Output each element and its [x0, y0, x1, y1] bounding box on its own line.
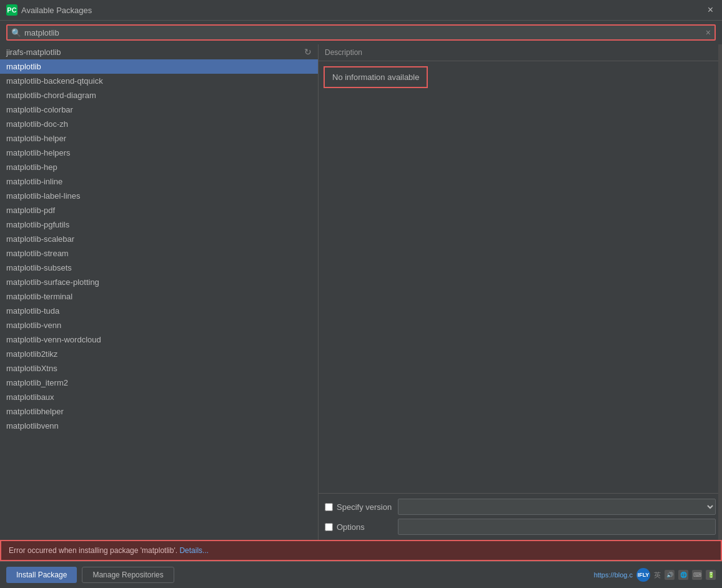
package-name: matplotlib-helpers: [6, 148, 71, 157]
options-label: Options: [337, 522, 393, 532]
package-name: matplotlib-colorbar: [6, 105, 73, 114]
tray-icon-3: ⌨: [692, 570, 702, 580]
footer: Install Package Manage Repositories http…: [0, 561, 722, 588]
list-item[interactable]: matplotlib-chord-diagram: [0, 88, 318, 102]
package-name: matplotlib-inline: [6, 177, 62, 186]
package-name: jirafs-matplotlib: [6, 47, 61, 57]
list-item[interactable]: matplotlibhelper: [0, 404, 318, 419]
list-item[interactable]: matplotlibvenn: [0, 419, 318, 433]
footer-right: https://blog.c IFLY 英 🔊 🌐 ⌨ 🔋: [594, 568, 716, 582]
version-select[interactable]: [398, 499, 716, 515]
specify-version-checkbox[interactable]: [325, 503, 333, 511]
package-name: matplotlib-backend-qtquick: [6, 76, 103, 86]
package-name: matplotlib_iterm2: [6, 378, 68, 387]
tray-icon-2: 🌐: [678, 570, 688, 580]
list-item[interactable]: matplotlib_iterm2: [0, 376, 318, 390]
options-input[interactable]: [398, 519, 716, 535]
list-item[interactable]: matplotlib-venn: [0, 318, 318, 332]
package-name: matplotlib-surface-plotting: [6, 277, 99, 287]
package-name: matplotlib-hep: [6, 162, 57, 172]
footer-lang: 英: [654, 571, 661, 580]
options-row: Options: [325, 519, 716, 535]
list-item[interactable]: matplotlib-subsets: [0, 261, 318, 275]
tray-icon-4: 🔋: [706, 570, 716, 580]
search-input-wrapper: 🔍 ×: [6, 24, 716, 41]
list-item[interactable]: matplotlib-inline: [0, 174, 318, 189]
main-area: jirafs-matplotlib↻matplotlibmatplotlib-b…: [0, 44, 722, 540]
package-name: matplotlib-tuda: [6, 306, 59, 316]
search-bar: 🔍 ×: [0, 21, 722, 44]
list-item[interactable]: matplotlib-helpers: [0, 146, 318, 160]
list-item[interactable]: matplotlib-venn-wordcloud: [0, 332, 318, 347]
options-checkbox[interactable]: [325, 523, 333, 531]
url-text: https://blog.c: [594, 571, 633, 579]
list-item[interactable]: matplotlib2tikz: [0, 347, 318, 361]
package-name: matplotlib-helper: [6, 134, 66, 143]
list-item[interactable]: matplotlibXtns: [0, 361, 318, 376]
right-scrollbar[interactable]: [718, 44, 722, 540]
no-info-box: No information available: [324, 66, 428, 88]
list-item[interactable]: matplotlib-hep: [0, 160, 318, 174]
description-header: Description: [319, 44, 722, 61]
package-name: matplotlib-label-lines: [6, 191, 81, 201]
list-item[interactable]: matplotlib-tuda: [0, 304, 318, 318]
list-item[interactable]: matplotlib-doc-zh: [0, 117, 318, 131]
clear-search-button[interactable]: ×: [706, 27, 711, 37]
package-name: matplotlibvenn: [6, 421, 59, 431]
list-item[interactable]: matplotlibaux: [0, 390, 318, 404]
manage-repositories-button[interactable]: Manage Repositories: [82, 567, 174, 583]
package-name: matplotlib-chord-diagram: [6, 91, 96, 100]
package-name: matplotlib-pdf: [6, 206, 55, 215]
footer-buttons: Install Package Manage Repositories: [6, 567, 174, 583]
specify-version-label: Specify version: [337, 502, 393, 512]
list-item[interactable]: matplotlib-backend-qtquick: [0, 74, 318, 88]
list-item[interactable]: matplotlib-pdf: [0, 203, 318, 217]
list-item[interactable]: matplotlib-pgfutils: [0, 217, 318, 232]
list-item[interactable]: matplotlib-colorbar: [0, 102, 318, 117]
available-packages-dialog: PC Available Packages × 🔍 × jirafs-matpl…: [0, 0, 722, 588]
title-bar: PC Available Packages ×: [0, 0, 722, 21]
list-item[interactable]: matplotlib-helper: [0, 131, 318, 146]
package-name: matplotlib-subsets: [6, 263, 72, 272]
package-name: matplotlibhelper: [6, 407, 64, 416]
description-body: No information available: [319, 61, 722, 493]
package-name: matplotlib-doc-zh: [6, 119, 68, 129]
install-package-button[interactable]: Install Package: [6, 567, 77, 583]
dialog-title: Available Packages: [21, 6, 92, 15]
list-item[interactable]: matplotlib: [0, 59, 318, 74]
package-name: matplotlib2tikz: [6, 349, 57, 359]
package-list[interactable]: jirafs-matplotlib↻matplotlibmatplotlib-b…: [0, 44, 318, 540]
version-row: Specify version: [325, 499, 716, 515]
package-name: matplotlibaux: [6, 392, 54, 402]
list-item[interactable]: matplotlib-surface-plotting: [0, 275, 318, 289]
list-item[interactable]: jirafs-matplotlib↻: [0, 44, 318, 59]
search-input[interactable]: [24, 28, 703, 37]
error-text: Error occurred when installing package '…: [9, 546, 177, 555]
details-link[interactable]: Details...: [179, 546, 209, 555]
package-name: matplotlib-terminal: [6, 292, 72, 301]
list-item[interactable]: matplotlib-scalebar: [0, 232, 318, 246]
lang-badge: IFLY: [636, 568, 650, 582]
options-checkbox-wrapper: Options: [325, 522, 393, 532]
left-panel: jirafs-matplotlib↻matplotlibmatplotlib-b…: [0, 44, 319, 540]
refresh-icon[interactable]: ↻: [304, 47, 312, 57]
list-item[interactable]: matplotlib-terminal: [0, 289, 318, 304]
package-name: matplotlib: [6, 62, 41, 71]
package-name: matplotlib-scalebar: [6, 234, 74, 244]
search-icon: 🔍: [11, 28, 21, 37]
package-name: matplotlib-stream: [6, 249, 69, 258]
package-name: matplotlib-venn: [6, 321, 61, 330]
list-item[interactable]: matplotlib-label-lines: [0, 189, 318, 203]
list-item[interactable]: matplotlib-stream: [0, 246, 318, 261]
app-icon: PC: [6, 4, 17, 16]
package-name: matplotlib-venn-wordcloud: [6, 335, 101, 344]
tray-icon-1: 🔊: [665, 570, 675, 580]
specify-version-checkbox-wrapper: Specify version: [325, 502, 393, 512]
version-options-area: Specify version Options: [319, 493, 722, 540]
title-bar-left: PC Available Packages: [6, 4, 92, 16]
right-panel: Description No information available Spe…: [319, 44, 722, 540]
package-name: matplotlibXtns: [6, 364, 57, 373]
package-name: matplotlib-pgfutils: [6, 220, 69, 229]
close-button[interactable]: ×: [705, 4, 716, 16]
error-bar: Error occurred when installing package '…: [0, 540, 722, 561]
